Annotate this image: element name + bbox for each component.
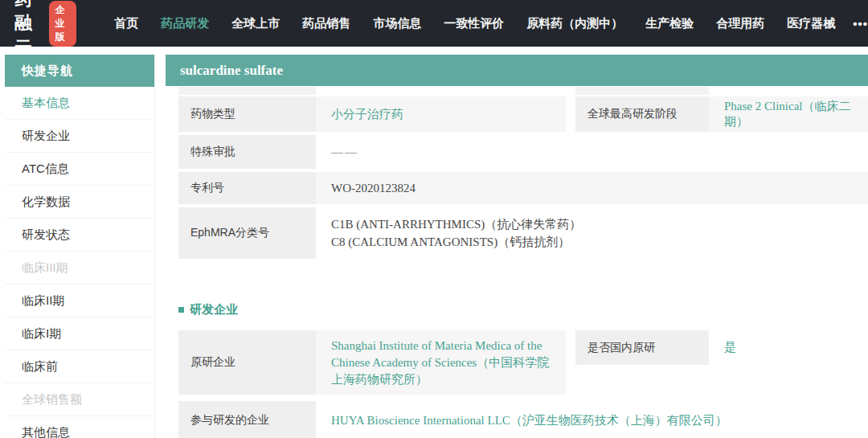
participants-value-link[interactable]: HUYA Bioscience International LLC（沪亚生物医药… <box>331 413 727 428</box>
drug-name-title: sulcardine sulfate <box>180 63 283 79</box>
nav-item-medical-devices[interactable]: 医疗器械 <box>787 16 835 31</box>
ephmra-value-line1: C1B (ANTI-ARRHYTHMICS)（抗心律失常药） <box>331 215 581 233</box>
special-approval-label: 特殊审批 <box>178 135 316 169</box>
clipped-previous-row <box>166 87 868 95</box>
nav-item-consistency-eval[interactable]: 一致性评价 <box>444 16 504 31</box>
nav-item-production-inspection[interactable]: 生产检验 <box>645 16 694 31</box>
sidebar-item-chemical-data[interactable]: 化学数据 <box>5 186 154 219</box>
section-title-rd-companies: 研发企业 <box>178 302 868 317</box>
sidebar-item-global-sales: 全球销售额 <box>5 383 154 416</box>
drug-type-value-link[interactable]: 小分子治疗药 <box>331 107 403 122</box>
nav-item-global-launch[interactable]: 全球上市 <box>231 16 280 31</box>
patent-no-label: 专利号 <box>178 172 316 204</box>
sidebar-item-basic-info[interactable]: 基本信息 <box>5 87 154 120</box>
sidebar-item-preclinical[interactable]: 临床前 <box>5 350 154 383</box>
nav-more-ellipsis-icon[interactable]: ••• <box>853 17 868 31</box>
logo-text: 药融云 <box>14 0 43 59</box>
sidebar-item-clinical-phase3: 临床III期 <box>5 252 154 284</box>
clipped-label-cell-right <box>575 87 709 95</box>
domestic-origin-value: 是 <box>724 340 736 355</box>
sidebar-item-rd-companies[interactable]: 研发企业 <box>5 120 154 153</box>
nav-item-drug-sales[interactable]: 药品销售 <box>302 16 350 31</box>
nav-item-drug-rd[interactable]: 药品研发 <box>161 16 209 31</box>
patent-no-value: WO-2020123824 <box>331 182 416 195</box>
table-row-participants: 参与研发的企业 HUYA Bioscience International LL… <box>166 401 868 438</box>
nav-item-market-info[interactable]: 市场信息 <box>373 16 421 31</box>
originator-label: 原研企业 <box>178 330 316 395</box>
section-title-text: 研发企业 <box>190 302 238 317</box>
main-nav: 首页 药品研发 全球上市 药品销售 市场信息 一致性评价 原料药（内测中） 生产… <box>114 16 835 31</box>
sidebar-item-clinical-phase2[interactable]: 临床II期 <box>5 284 154 317</box>
nav-item-api-beta[interactable]: 原料药（内测中） <box>526 16 623 31</box>
app-logo[interactable]: 药融云 企业版 <box>14 0 76 59</box>
nav-item-home[interactable]: 首页 <box>114 16 138 31</box>
table-row-patent-no: 专利号 WO-2020123824 <box>166 172 868 204</box>
drug-type-label: 药物类型 <box>178 96 316 132</box>
ephmra-label: EphMRA分类号 <box>178 207 316 259</box>
enterprise-badge: 企业版 <box>49 1 77 47</box>
rd-companies-section: 研发企业 原研企业 Shanghai Institute of Materia … <box>166 283 868 438</box>
table-row-drug-type: 药物类型 小分子治疗药 全球最高研发阶段 Phase 2 Clinical（临床… <box>166 96 868 132</box>
quick-nav-sidebar: 快捷导航 基本信息 研发企业 ATC信息 化学数据 研发状态 临床III期 临床… <box>5 55 155 438</box>
special-approval-value: —— <box>331 145 358 159</box>
drug-title-bar: sulcardine sulfate <box>166 55 868 86</box>
sidebar-item-rd-status[interactable]: 研发状态 <box>5 219 154 252</box>
top-navbar: 药融云 企业版 首页 药品研发 全球上市 药品销售 市场信息 一致性评价 原料药… <box>0 0 868 47</box>
square-bullet-icon <box>178 307 184 313</box>
originator-value-link[interactable]: Shanghai Institute of Materia Medica of … <box>331 338 555 388</box>
sidebar-item-other-info[interactable]: 其他信息 <box>5 416 154 438</box>
sidebar-item-clinical-phase1[interactable]: 临床I期 <box>5 317 154 350</box>
highest-phase-value-link[interactable]: Phase 2 Clinical（临床二期） <box>724 99 868 129</box>
sidebar-item-atc-info[interactable]: ATC信息 <box>5 153 154 186</box>
table-row-special-approval: 特殊审批 —— <box>166 135 868 169</box>
domestic-origin-label: 是否国内原研 <box>575 330 709 365</box>
table-row-originator: 原研企业 Shanghai Institute of Materia Medic… <box>166 330 868 395</box>
table-row-ephmra: EphMRA分类号 C1B (ANTI-ARRHYTHMICS)（抗心律失常药）… <box>166 207 868 259</box>
nav-item-rational-use[interactable]: 合理用药 <box>716 16 764 31</box>
highest-phase-label: 全球最高研发阶段 <box>575 96 709 132</box>
basic-info-table: 药物类型 小分子治疗药 全球最高研发阶段 Phase 2 Clinical（临床… <box>166 87 868 259</box>
ephmra-value-line2: C8 (CALCIUM ANTAGONISTS)（钙拮抗剂） <box>331 233 570 251</box>
clipped-label-cell <box>178 87 316 95</box>
sidebar-header: 快捷导航 <box>5 55 154 87</box>
participants-label: 参与研发的企业 <box>178 401 316 438</box>
